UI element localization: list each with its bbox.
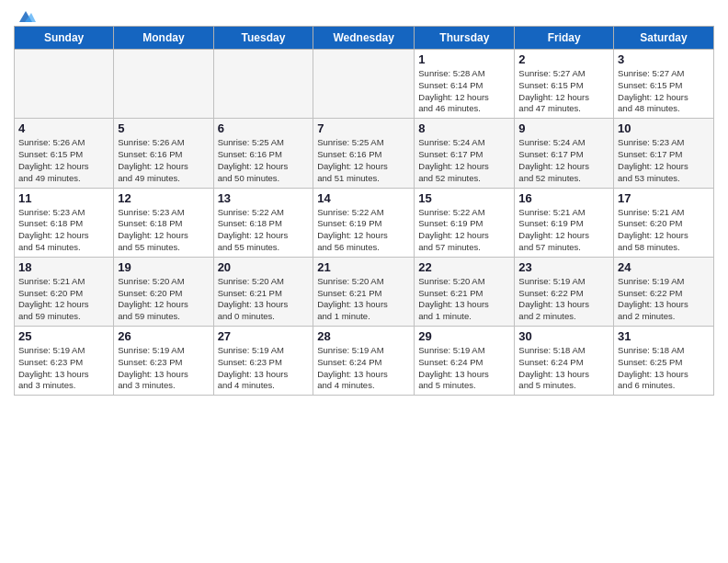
day-number: 26 [118,329,209,343]
calendar-cell: 2Sunrise: 5:27 AM Sunset: 6:15 PM Daylig… [515,50,614,119]
day-info: Sunrise: 5:20 AM Sunset: 6:21 PM Dayligh… [218,276,289,321]
day-number: 23 [518,260,609,274]
day-number: 30 [518,329,609,343]
day-number: 9 [518,121,609,135]
logo [14,9,36,20]
calendar-cell: 11Sunrise: 5:23 AM Sunset: 6:18 PM Dayli… [15,188,114,257]
day-info: Sunrise: 5:21 AM Sunset: 6:19 PM Dayligh… [518,207,589,252]
day-number: 29 [418,329,510,343]
calendar-table: SundayMondayTuesdayWednesdayThursdayFrid… [14,26,714,396]
day-number: 24 [618,260,710,274]
calendar-week-row: 4Sunrise: 5:26 AM Sunset: 6:15 PM Daylig… [15,119,714,188]
day-info: Sunrise: 5:26 AM Sunset: 6:16 PM Dayligh… [118,137,188,182]
calendar-cell: 4Sunrise: 5:26 AM Sunset: 6:15 PM Daylig… [15,119,114,188]
day-number: 15 [418,191,510,205]
day-info: Sunrise: 5:19 AM Sunset: 6:24 PM Dayligh… [418,345,489,390]
day-number: 3 [618,52,710,66]
calendar-week-row: 11Sunrise: 5:23 AM Sunset: 6:18 PM Dayli… [15,188,714,257]
calendar-cell: 31Sunrise: 5:18 AM Sunset: 6:25 PM Dayli… [614,327,714,396]
calendar-week-row: 1Sunrise: 5:28 AM Sunset: 6:14 PM Daylig… [15,50,714,119]
day-info: Sunrise: 5:23 AM Sunset: 6:17 PM Dayligh… [618,137,688,182]
calendar-cell: 29Sunrise: 5:19 AM Sunset: 6:24 PM Dayli… [415,327,515,396]
day-number: 4 [18,121,109,135]
day-number: 11 [18,191,109,205]
calendar-cell: 21Sunrise: 5:20 AM Sunset: 6:21 PM Dayli… [313,257,415,326]
calendar-cell: 13Sunrise: 5:22 AM Sunset: 6:18 PM Dayli… [213,188,313,257]
calendar-cell: 12Sunrise: 5:23 AM Sunset: 6:18 PM Dayli… [114,188,213,257]
day-number: 16 [518,191,609,205]
calendar-cell: 25Sunrise: 5:19 AM Sunset: 6:23 PM Dayli… [15,327,114,396]
day-number: 22 [418,260,510,274]
weekday-header: Thursday [415,27,515,50]
day-number: 2 [518,52,609,66]
day-info: Sunrise: 5:19 AM Sunset: 6:23 PM Dayligh… [118,345,188,390]
day-info: Sunrise: 5:24 AM Sunset: 6:17 PM Dayligh… [518,137,589,182]
day-number: 20 [218,260,310,274]
calendar-cell [213,50,313,119]
calendar-week-row: 25Sunrise: 5:19 AM Sunset: 6:23 PM Dayli… [15,327,714,396]
day-number: 1 [418,52,510,66]
day-info: Sunrise: 5:19 AM Sunset: 6:23 PM Dayligh… [218,345,289,390]
day-info: Sunrise: 5:27 AM Sunset: 6:15 PM Dayligh… [518,68,589,113]
calendar-cell: 20Sunrise: 5:20 AM Sunset: 6:21 PM Dayli… [213,257,313,326]
day-info: Sunrise: 5:21 AM Sunset: 6:20 PM Dayligh… [618,207,688,252]
weekday-header: Sunday [15,27,114,50]
calendar-cell: 7Sunrise: 5:25 AM Sunset: 6:16 PM Daylig… [313,119,415,188]
day-info: Sunrise: 5:20 AM Sunset: 6:21 PM Dayligh… [418,276,489,321]
day-info: Sunrise: 5:24 AM Sunset: 6:17 PM Dayligh… [418,137,489,182]
day-info: Sunrise: 5:22 AM Sunset: 6:19 PM Dayligh… [317,207,388,252]
day-info: Sunrise: 5:28 AM Sunset: 6:14 PM Dayligh… [418,68,489,113]
day-info: Sunrise: 5:18 AM Sunset: 6:25 PM Dayligh… [618,345,688,390]
logo-icon [16,9,36,24]
calendar-cell: 17Sunrise: 5:21 AM Sunset: 6:20 PM Dayli… [614,188,714,257]
day-info: Sunrise: 5:19 AM Sunset: 6:22 PM Dayligh… [618,276,688,321]
day-number: 27 [218,329,310,343]
weekday-header: Tuesday [213,27,313,50]
day-info: Sunrise: 5:19 AM Sunset: 6:24 PM Dayligh… [317,345,388,390]
calendar-cell: 15Sunrise: 5:22 AM Sunset: 6:19 PM Dayli… [415,188,515,257]
calendar-cell [313,50,415,119]
weekday-header: Monday [114,27,213,50]
day-number: 31 [618,329,710,343]
calendar-cell: 30Sunrise: 5:18 AM Sunset: 6:24 PM Dayli… [515,327,614,396]
calendar-cell: 9Sunrise: 5:24 AM Sunset: 6:17 PM Daylig… [515,119,614,188]
calendar-cell: 10Sunrise: 5:23 AM Sunset: 6:17 PM Dayli… [614,119,714,188]
day-number: 7 [317,121,410,135]
calendar-cell [15,50,114,119]
day-number: 12 [118,191,209,205]
day-info: Sunrise: 5:19 AM Sunset: 6:23 PM Dayligh… [18,345,89,390]
day-info: Sunrise: 5:18 AM Sunset: 6:24 PM Dayligh… [518,345,589,390]
day-info: Sunrise: 5:20 AM Sunset: 6:20 PM Dayligh… [118,276,188,321]
calendar-cell: 27Sunrise: 5:19 AM Sunset: 6:23 PM Dayli… [213,327,313,396]
day-number: 25 [18,329,109,343]
day-number: 18 [18,260,109,274]
day-info: Sunrise: 5:26 AM Sunset: 6:15 PM Dayligh… [18,137,89,182]
weekday-header-row: SundayMondayTuesdayWednesdayThursdayFrid… [15,27,714,50]
weekday-header: Friday [515,27,614,50]
day-info: Sunrise: 5:20 AM Sunset: 6:21 PM Dayligh… [317,276,388,321]
day-number: 19 [118,260,209,274]
day-number: 13 [218,191,310,205]
calendar-cell: 26Sunrise: 5:19 AM Sunset: 6:23 PM Dayli… [114,327,213,396]
calendar-cell [114,50,213,119]
header [14,9,714,20]
day-number: 17 [618,191,710,205]
day-info: Sunrise: 5:23 AM Sunset: 6:18 PM Dayligh… [18,207,89,252]
calendar-cell: 1Sunrise: 5:28 AM Sunset: 6:14 PM Daylig… [415,50,515,119]
calendar-cell: 14Sunrise: 5:22 AM Sunset: 6:19 PM Dayli… [313,188,415,257]
day-number: 8 [418,121,510,135]
day-info: Sunrise: 5:25 AM Sunset: 6:16 PM Dayligh… [218,137,289,182]
calendar-cell: 8Sunrise: 5:24 AM Sunset: 6:17 PM Daylig… [415,119,515,188]
calendar-cell: 23Sunrise: 5:19 AM Sunset: 6:22 PM Dayli… [515,257,614,326]
calendar-week-row: 18Sunrise: 5:21 AM Sunset: 6:20 PM Dayli… [15,257,714,326]
day-info: Sunrise: 5:25 AM Sunset: 6:16 PM Dayligh… [317,137,388,182]
weekday-header: Wednesday [313,27,415,50]
day-number: 28 [317,329,410,343]
calendar-cell: 6Sunrise: 5:25 AM Sunset: 6:16 PM Daylig… [213,119,313,188]
day-info: Sunrise: 5:23 AM Sunset: 6:18 PM Dayligh… [118,207,188,252]
day-info: Sunrise: 5:19 AM Sunset: 6:22 PM Dayligh… [518,276,589,321]
page-container: SundayMondayTuesdayWednesdayThursdayFrid… [0,0,728,405]
calendar-cell: 5Sunrise: 5:26 AM Sunset: 6:16 PM Daylig… [114,119,213,188]
calendar-cell: 18Sunrise: 5:21 AM Sunset: 6:20 PM Dayli… [15,257,114,326]
calendar-cell: 16Sunrise: 5:21 AM Sunset: 6:19 PM Dayli… [515,188,614,257]
